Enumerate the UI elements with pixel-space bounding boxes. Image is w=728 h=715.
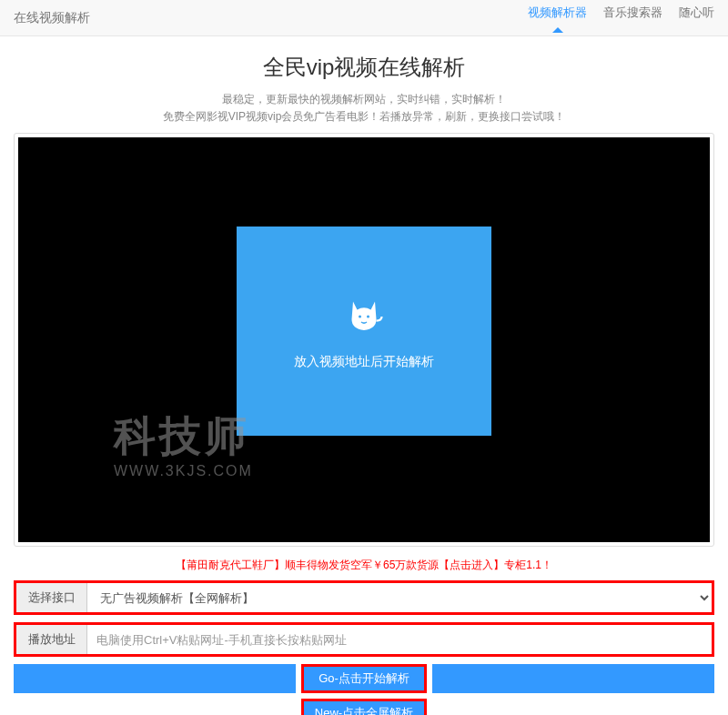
nav: 视频解析器 音乐搜索器 随心听 <box>528 5 714 32</box>
btn-side-left[interactable] <box>14 664 296 693</box>
interface-row: 选择接口 无广告视频解析【全网解析】 <box>14 580 714 615</box>
nav-music-search[interactable]: 音乐搜索器 <box>603 5 662 32</box>
brand: 在线视频解析 <box>14 10 90 26</box>
new-button[interactable]: New-点击全屏解析 <box>301 699 427 715</box>
svg-point-0 <box>359 315 361 317</box>
cat-icon <box>342 292 386 336</box>
promo-link[interactable]: 【莆田耐克代工鞋厂】顺丰得物发货空军￥65万款货源【点击进入】专柜1.1！ <box>14 558 714 573</box>
button-row: Go-点击开始解析 New-点击全屏解析 <box>14 664 714 715</box>
address-row: 播放地址 <box>14 622 714 657</box>
nav-random-listen[interactable]: 随心听 <box>679 5 714 32</box>
watermark-small: WWW.3KJS.COM <box>114 463 253 479</box>
page-title: 全民vip视频在线解析 <box>14 53 714 82</box>
go-button[interactable]: Go-点击开始解析 <box>301 664 427 693</box>
svg-point-1 <box>367 315 369 317</box>
topbar: 在线视频解析 视频解析器 音乐搜索器 随心听 <box>0 0 728 36</box>
interface-select[interactable]: 无广告视频解析【全网解析】 <box>87 583 712 612</box>
subtitle-line2: 免费全网影视VIP视频vip会员免广告看电影！若播放异常，刷新，更换接口尝试哦！ <box>14 108 714 126</box>
subtitle: 最稳定，更新最快的视频解析网站，实时纠错，实时解析！ 免费全网影视VIP视频vi… <box>14 91 714 126</box>
player-prompt: 放入视频地址后开始解析 <box>294 354 434 370</box>
watermark: 科技师 WWW.3KJS.COM <box>114 408 253 479</box>
watermark-big: 科技师 <box>114 408 253 465</box>
video-player[interactable]: 放入视频地址后开始解析 科技师 WWW.3KJS.COM <box>18 137 710 542</box>
address-input[interactable] <box>87 625 712 654</box>
player-container: 放入视频地址后开始解析 科技师 WWW.3KJS.COM <box>14 133 714 547</box>
main: 全民vip视频在线解析 最稳定，更新最快的视频解析网站，实时纠错，实时解析！ 免… <box>0 36 728 715</box>
btn-center: Go-点击开始解析 New-点击全屏解析 <box>301 664 427 715</box>
address-label: 播放地址 <box>16 625 87 654</box>
player-placeholder: 放入视频地址后开始解析 <box>237 227 491 436</box>
nav-video-parser[interactable]: 视频解析器 <box>528 5 587 32</box>
btn-side-right[interactable] <box>432 664 714 693</box>
interface-label: 选择接口 <box>16 583 87 612</box>
subtitle-line1: 最稳定，更新最快的视频解析网站，实时纠错，实时解析！ <box>14 91 714 108</box>
